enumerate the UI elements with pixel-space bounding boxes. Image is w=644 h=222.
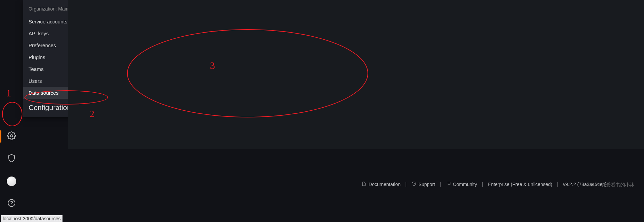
svg-point-2: [11, 205, 12, 205]
separator: |: [482, 182, 483, 187]
separator: |: [557, 182, 558, 187]
rail-items-bottom: [3, 128, 20, 222]
sidebar-item-help[interactable]: [3, 196, 20, 212]
main-content: [68, 0, 644, 149]
sidebar-item-configuration[interactable]: [3, 128, 20, 145]
separator: |: [440, 182, 441, 187]
footer-link-community[interactable]: Community: [446, 181, 477, 187]
question-icon: [411, 181, 416, 187]
svg-point-1: [8, 200, 15, 207]
separator: |: [405, 182, 407, 187]
svg-point-0: [11, 135, 13, 137]
gear-icon: [7, 131, 16, 142]
question-icon: [7, 199, 16, 209]
chat-icon: [446, 181, 451, 187]
browser-status-url: localhost:3000/datasources: [1, 215, 62, 222]
document-icon: [361, 181, 366, 187]
footer-label: Support: [418, 182, 435, 187]
footer-label: Documentation: [369, 182, 400, 187]
footer-enterprise[interactable]: Enterprise (Free & unlicensed): [488, 182, 552, 187]
svg-point-4: [414, 185, 414, 185]
watermark: CSDN @爱看书的小沐: [586, 182, 634, 188]
footer-link-support[interactable]: Support: [411, 181, 435, 187]
footer: Documentation | Support | Community | En…: [0, 179, 644, 189]
footer-label: Community: [453, 182, 477, 187]
shield-icon: [7, 154, 16, 164]
sidebar-item-admin[interactable]: [3, 151, 20, 167]
footer-link-documentation[interactable]: Documentation: [361, 181, 400, 187]
